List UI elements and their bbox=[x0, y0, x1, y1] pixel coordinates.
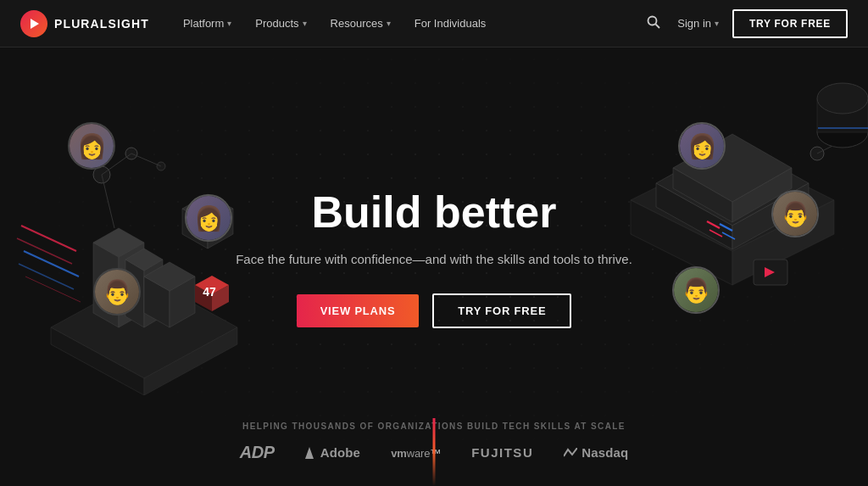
resources-chevron-icon: ▾ bbox=[387, 19, 391, 28]
svg-point-1 bbox=[648, 16, 657, 25]
products-chevron-icon: ▾ bbox=[303, 19, 307, 28]
nav-right: Sign in ▾ TRY FOR FREE bbox=[643, 9, 848, 38]
hero-content: Build better Face the future with confid… bbox=[236, 188, 632, 345]
svg-point-53 bbox=[817, 83, 868, 114]
navbar: PLURALSIGHT Platform ▾ Products ▾ Resour… bbox=[0, 0, 868, 47]
avatar-top-left: 👩 bbox=[68, 122, 115, 170]
avatar-bottom-left: 👨 bbox=[93, 268, 141, 316]
svg-marker-0 bbox=[31, 19, 39, 29]
svg-line-27 bbox=[131, 154, 161, 166]
adp-logo: ADP bbox=[240, 443, 275, 462]
svg-marker-55 bbox=[305, 447, 314, 459]
svg-line-28 bbox=[102, 175, 114, 228]
avatar-mid-right: 👨 bbox=[771, 190, 819, 237]
logo-link[interactable]: PLURALSIGHT bbox=[20, 10, 149, 37]
nav-links: Platform ▾ Products ▾ Resources ▾ For In… bbox=[173, 12, 643, 35]
hero-title: Build better bbox=[236, 188, 632, 237]
nav-products[interactable]: Products ▾ bbox=[245, 12, 316, 35]
signin-button[interactable]: Sign in ▾ bbox=[677, 17, 719, 30]
svg-text:47: 47 bbox=[203, 285, 216, 299]
hero-subtitle: Face the future with confidence—and with… bbox=[236, 250, 632, 270]
signin-chevron-icon: ▾ bbox=[715, 19, 719, 28]
hero-ctas: VIEW PLANS TRY FOR FREE bbox=[236, 293, 632, 328]
search-button[interactable] bbox=[643, 12, 664, 36]
bottom-gradient-line bbox=[433, 418, 436, 486]
nav-platform[interactable]: Platform ▾ bbox=[173, 12, 242, 35]
right-isometric-graphic bbox=[597, 81, 868, 370]
try-free-hero-button[interactable]: TRY FOR FREE bbox=[432, 293, 571, 328]
adobe-logo: Adobe bbox=[305, 445, 360, 460]
fujitsu-logo: FUJITSU bbox=[471, 445, 533, 460]
platform-chevron-icon: ▾ bbox=[227, 19, 231, 28]
logo-text: PLURALSIGHT bbox=[54, 17, 149, 31]
svg-line-2 bbox=[656, 24, 660, 28]
view-plans-button[interactable]: VIEW PLANS bbox=[297, 294, 420, 327]
nav-individuals[interactable]: For Individuals bbox=[404, 12, 497, 35]
logo-icon bbox=[20, 10, 47, 37]
hero-section: 47 👩 👩 bbox=[0, 47, 868, 486]
avatar-bottom-right: 👨 bbox=[672, 266, 720, 314]
svg-line-21 bbox=[19, 264, 74, 289]
avatar-top-right: 👩 bbox=[678, 122, 726, 170]
try-free-nav-button[interactable]: TRY FOR FREE bbox=[732, 9, 848, 38]
nav-resources[interactable]: Resources ▾ bbox=[320, 12, 401, 35]
nasdaq-logo: Nasdaq bbox=[564, 445, 628, 460]
avatar-mid-left: 👩 bbox=[185, 194, 232, 242]
svg-line-18 bbox=[21, 226, 76, 251]
